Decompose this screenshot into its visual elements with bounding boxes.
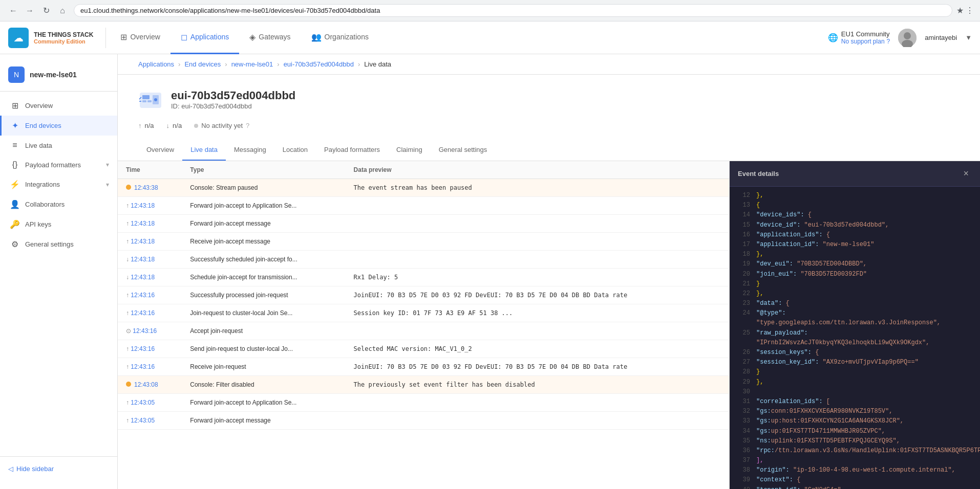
link-icon: ⊙ xyxy=(126,327,133,335)
json-line-number: 27 xyxy=(738,358,750,367)
json-line: 20 "join_eui": "70B3D57ED00392FD" xyxy=(738,270,972,279)
uplink-direction-icon: ↑ xyxy=(126,220,131,227)
row-data-preview xyxy=(346,251,729,269)
json-line-number: 12 xyxy=(738,191,750,201)
table-row[interactable]: 12:43:38Console: Stream pausedThe event … xyxy=(118,179,729,197)
row-time-value: 12:43:18 xyxy=(131,202,155,209)
top-right-area: 🌐 EU1 Community No support plan ? aminta… xyxy=(828,29,972,47)
table-row[interactable]: ↓ 12:43:18Schedule join-accept for trans… xyxy=(118,269,729,286)
sidebar-item-integrations[interactable]: ⚡ Integrations ▾ xyxy=(0,174,117,194)
json-line: 31"correlation_ids": [ xyxy=(738,397,972,407)
user-avatar[interactable] xyxy=(898,29,917,47)
address-bar[interactable]: eu1.cloud.thethings.network/console/appl… xyxy=(74,4,952,17)
sidebar-item-collaborators[interactable]: 👤 Collaborators xyxy=(0,194,117,214)
json-line: 21 } xyxy=(738,279,972,289)
uplink-stat: ↑ n/a xyxy=(138,122,154,129)
forward-button[interactable]: → xyxy=(23,4,37,18)
data-table: Time Type Data preview 12:43:38Console: … xyxy=(118,161,729,430)
row-type: Console: Filter disabled xyxy=(182,376,345,394)
breadcrumb-applications[interactable]: Applications xyxy=(138,60,174,68)
table-row[interactable]: ↑ 12:43:05Forward join-accept to Applica… xyxy=(118,394,729,412)
json-line-number: 38 xyxy=(738,465,750,475)
device-stats: ↑ n/a ↓ n/a No activity yet ? xyxy=(138,116,960,136)
sidebar-item-overview[interactable]: ⊞ Overview xyxy=(0,96,117,116)
reload-button[interactable]: ↻ xyxy=(39,4,53,18)
row-time: ⊙ 12:43:16 xyxy=(118,322,182,340)
tab-general-settings[interactable]: General settings xyxy=(431,140,496,161)
table-row[interactable]: ↑ 12:43:18Forward join-accept message xyxy=(118,215,729,233)
table-row[interactable]: ⊙ 12:43:16Accept join-request xyxy=(118,322,729,340)
username-label[interactable]: amintayebi xyxy=(925,34,957,41)
breadcrumb-app-name[interactable]: new-me-lse01 xyxy=(231,60,273,68)
table-row[interactable]: ↑ 12:43:16Successfully processed join-re… xyxy=(118,286,729,304)
json-line-content: "gs:up:01FXST7TD4711MMWHBJR05ZVPC", xyxy=(756,427,885,436)
json-line-content: "dev_eui": "70B3D57ED004DBBD", xyxy=(756,259,867,269)
row-time: ↑ 12:43:18 xyxy=(118,233,182,251)
device-header: eui-70b3d57ed004dbbd ID: eui-70b3d57ed00… xyxy=(118,75,980,161)
sidebar-item-end-devices[interactable]: ✦ End devices xyxy=(0,116,117,136)
downlink-stat: ↓ n/a xyxy=(166,122,182,129)
json-line: 26 "session_keys": { xyxy=(738,348,972,358)
row-type: Forward join-accept message xyxy=(182,215,345,233)
json-line: 34 "gs:up:01FXST7TD4711MMWHBJR05ZVPC", xyxy=(738,427,972,436)
sidebar-item-api-keys[interactable]: 🔑 API keys xyxy=(0,214,117,234)
tab-overview[interactable]: Overview xyxy=(138,140,182,161)
json-line: 38"origin": "ip-10-100-4-98.eu-west-1.co… xyxy=(738,465,972,475)
json-line-number: 36 xyxy=(738,446,750,456)
main-layout: N new-me-lse01 ⊞ Overview ✦ End devices … xyxy=(0,54,980,489)
table-row[interactable]: ↑ 12:43:05Forward join-accept message xyxy=(118,412,729,430)
json-line-content: "application_ids": { xyxy=(756,230,830,240)
activity-help-icon[interactable]: ? xyxy=(246,122,249,129)
json-line-content: "session_key_id": "AX9zo+mvUTjpvVIap9p6P… xyxy=(756,358,919,367)
data-table-wrapper: Time Type Data preview 12:43:38Console: … xyxy=(118,161,729,489)
row-time-value: 12:43:05 xyxy=(131,399,155,406)
tab-claiming[interactable]: Claiming xyxy=(388,140,431,161)
json-line-number: 22 xyxy=(738,289,750,299)
table-row[interactable]: ↑ 12:43:18Forward join-accept to Applica… xyxy=(118,197,729,215)
support-link[interactable]: No support plan ? xyxy=(841,38,890,45)
table-row[interactable]: ↓ 12:43:18Successfully scheduled join-ac… xyxy=(118,251,729,269)
sidebar-item-payload-formatters[interactable]: {} Payload formatters ▾ xyxy=(0,155,117,174)
table-row[interactable]: ↑ 12:43:16Join-request to cluster-local … xyxy=(118,304,729,322)
activity-status: No activity yet xyxy=(201,122,243,129)
col-time: Time xyxy=(118,161,182,179)
sidebar-item-live-data[interactable]: ≡ Live data xyxy=(0,136,117,155)
tab-live-data[interactable]: Live data xyxy=(182,140,226,161)
back-button[interactable]: ← xyxy=(6,4,20,18)
event-details-close-button[interactable]: × xyxy=(960,167,972,180)
tab-payload-formatters[interactable]: Payload formatters xyxy=(316,140,388,161)
json-line-number: 21 xyxy=(738,279,750,289)
table-row[interactable]: ↑ 12:43:18Receive join-accept message xyxy=(118,233,729,251)
home-button[interactable]: ⌂ xyxy=(55,4,70,18)
tab-messaging[interactable]: Messaging xyxy=(226,140,274,161)
sidebar-bottom: ◁ Hide sidebar xyxy=(0,456,117,481)
uplink-direction-icon: ↑ xyxy=(126,292,131,299)
breadcrumb-device-id[interactable]: eui-70b3d57ed004dbbd xyxy=(284,60,354,68)
json-line-number: 23 xyxy=(738,299,750,308)
table-row[interactable]: 12:43:08Console: Filter disabledThe prev… xyxy=(118,376,729,394)
json-line-content: "correlation_ids": [ xyxy=(756,397,830,407)
sidebar-item-general-settings[interactable]: ⚙ General settings xyxy=(0,234,117,254)
table-row[interactable]: ↑ 12:43:16Receive join-requestJoinEUI: 7… xyxy=(118,358,729,376)
tab-location[interactable]: Location xyxy=(274,140,316,161)
breadcrumb-end-devices[interactable]: End devices xyxy=(184,60,221,68)
warning-dot-icon xyxy=(126,382,131,387)
hide-sidebar-button[interactable]: ◁ Hide sidebar xyxy=(8,465,109,473)
logo-area[interactable]: ☁ THE THINGS STACK Community Edition xyxy=(8,28,106,48)
row-time: ↓ 12:43:18 xyxy=(118,269,182,286)
device-tabs: Overview Live data Messaging Location Pa… xyxy=(138,140,960,161)
json-line: 14 "device_ids": { xyxy=(738,210,972,220)
nav-item-gateways[interactable]: ◈ Gateways xyxy=(239,21,301,54)
user-dropdown-icon[interactable]: ▼ xyxy=(965,34,972,41)
nav-item-applications[interactable]: ◻ Applications xyxy=(171,21,240,54)
json-line-content: "data": { xyxy=(756,299,790,308)
nav-item-organizations[interactable]: 👥 Organizations xyxy=(301,21,379,54)
json-line-number: 24 xyxy=(738,308,750,328)
table-row[interactable]: ↑ 12:43:16Send join-request to cluster-l… xyxy=(118,340,729,358)
nav-item-overview[interactable]: ⊞ Overview xyxy=(110,21,170,54)
sidebar-end-devices-label: End devices xyxy=(25,122,109,129)
live-data-icon: ≡ xyxy=(10,141,20,150)
json-line: 18 }, xyxy=(738,250,972,259)
uplink-direction-icon: ↑ xyxy=(126,309,131,317)
svg-rect-7 xyxy=(142,100,146,102)
